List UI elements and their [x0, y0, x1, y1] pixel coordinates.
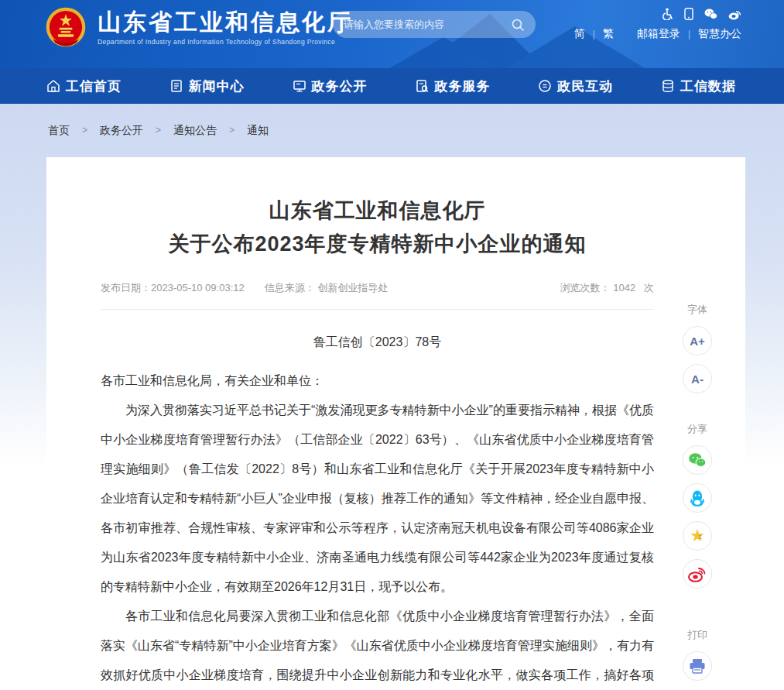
- qzone-share-icon: ★z: [690, 527, 705, 544]
- home-icon: [46, 79, 60, 93]
- font-increase-button[interactable]: A+: [683, 326, 712, 355]
- weibo-icon[interactable]: [728, 9, 741, 20]
- wechat-icon[interactable]: [704, 9, 717, 20]
- site-header: 山东省工业和信息化厅 Department of Industry and In…: [0, 0, 784, 68]
- article-tools: 字体 A+ A- 分享: [682, 303, 713, 689]
- share-label: 分享: [687, 422, 707, 436]
- nav-item-gov-open[interactable]: 政务公开: [293, 77, 368, 95]
- chat-icon: [538, 79, 552, 93]
- article-title-line1: 山东省工业和信息化厅: [269, 199, 486, 222]
- nav-item-home[interactable]: 工信首页: [46, 77, 122, 95]
- breadcrumb: 首页 > 政务公开 > 通知公告 > 通知: [0, 104, 784, 157]
- service-icon: [415, 79, 429, 93]
- nav-item-news[interactable]: 新闻中心: [169, 77, 245, 95]
- wechat-share-icon: [688, 452, 707, 469]
- breadcrumb-notices[interactable]: 通知公告: [173, 124, 217, 138]
- info-source: 信息来源： 创新创业指导处: [265, 281, 389, 295]
- printer-icon: [689, 658, 706, 674]
- nav-item-gov-service[interactable]: 政务服务: [415, 77, 490, 95]
- nav-label: 政务服务: [434, 77, 490, 95]
- article-title: 山东省工业和信息化厅 关于公布2023年度专精特新中小企业的通知: [101, 194, 654, 261]
- smart-office-link[interactable]: 智慧办公: [698, 27, 741, 41]
- salutation: 各市工业和信息化局，有关企业和单位：: [101, 366, 654, 396]
- site-subtitle: Department of Industry and Information T…: [98, 38, 353, 46]
- breadcrumb-separator: >: [156, 124, 161, 136]
- database-icon: [661, 79, 675, 93]
- print-label: 打印: [687, 628, 707, 642]
- share-weibo-button[interactable]: [683, 559, 712, 589]
- breadcrumb-home[interactable]: 首页: [48, 124, 70, 138]
- nav-label: 政民互动: [557, 77, 613, 95]
- separator: |: [688, 29, 690, 39]
- breadcrumb-separator: >: [82, 124, 87, 136]
- header-utilities: 简 | 繁 邮箱登录 | 智慧办公: [574, 8, 741, 41]
- nav-label: 工信数据: [680, 77, 736, 95]
- nav-label: 工信首页: [66, 77, 122, 95]
- mobile-icon[interactable]: [684, 8, 693, 20]
- mail-login-link[interactable]: 邮箱登录: [637, 27, 680, 41]
- breadcrumb-current[interactable]: 通知: [247, 124, 269, 138]
- article-card: 山东省工业和信息化厅 关于公布2023年度专精特新中小企业的通知 发布日期：20…: [46, 157, 745, 690]
- print-button[interactable]: [683, 651, 712, 681]
- nav-label: 新闻中心: [189, 77, 245, 95]
- breadcrumb-separator: >: [229, 124, 235, 136]
- search-box: [333, 11, 536, 38]
- nav-item-data[interactable]: 工信数据: [661, 77, 736, 95]
- weibo-share-icon: [688, 566, 707, 582]
- lang-simplified-link[interactable]: 简: [574, 27, 585, 41]
- search-icon: [511, 18, 525, 32]
- monitor-icon: [293, 79, 306, 93]
- nav-item-interaction[interactable]: 政民互动: [538, 77, 613, 95]
- search-input[interactable]: [344, 19, 511, 30]
- publish-date: 发布日期：2023-05-10 09:03:12: [101, 281, 245, 295]
- font-size-label: 字体: [687, 303, 707, 317]
- qq-share-icon: [689, 489, 706, 507]
- document-number: 鲁工信创〔2023〕78号: [101, 335, 654, 351]
- search-button[interactable]: [511, 18, 525, 32]
- share-qzone-button[interactable]: ★z: [683, 521, 712, 551]
- separator: |: [593, 29, 595, 39]
- site-title: 山东省工业和信息化厅: [98, 9, 353, 36]
- article-meta: 发布日期：2023-05-10 09:03:12 信息来源： 创新创业指导处 浏…: [101, 281, 654, 310]
- article-title-line2: 关于公布2023年度专精特新中小企业的通知: [168, 232, 586, 256]
- main-nav: 工信首页 新闻中心 政务公开 政务服务: [0, 68, 784, 104]
- breadcrumb-gov-open[interactable]: 政务公开: [100, 124, 143, 138]
- lang-traditional-link[interactable]: 繁: [603, 27, 614, 41]
- nav-label: 政务公开: [312, 77, 368, 95]
- accessibility-icon[interactable]: [662, 8, 673, 20]
- news-icon: [169, 79, 183, 93]
- view-count: 浏览次数： 1042 次: [560, 281, 654, 295]
- page-background: 首页 > 政务公开 > 通知公告 > 通知 山东省工业和信息化厅 关于公布202…: [0, 104, 784, 690]
- site-logo[interactable]: 山东省工业和信息化厅 Department of Industry and In…: [45, 6, 353, 48]
- font-decrease-button[interactable]: A-: [683, 364, 712, 393]
- share-qq-button[interactable]: [683, 483, 712, 513]
- article-paragraph: 为深入贯彻落实习近平总书记关于“激发涌现更多专精特新中小企业”的重要指示精神，根…: [101, 396, 654, 602]
- national-emblem-icon: [45, 6, 87, 48]
- share-wechat-button[interactable]: [683, 445, 712, 475]
- article-paragraph: 各市工业和信息化局要深入贯彻工业和信息化部《优质中小企业梯度培育管理暂行办法》，…: [101, 602, 654, 690]
